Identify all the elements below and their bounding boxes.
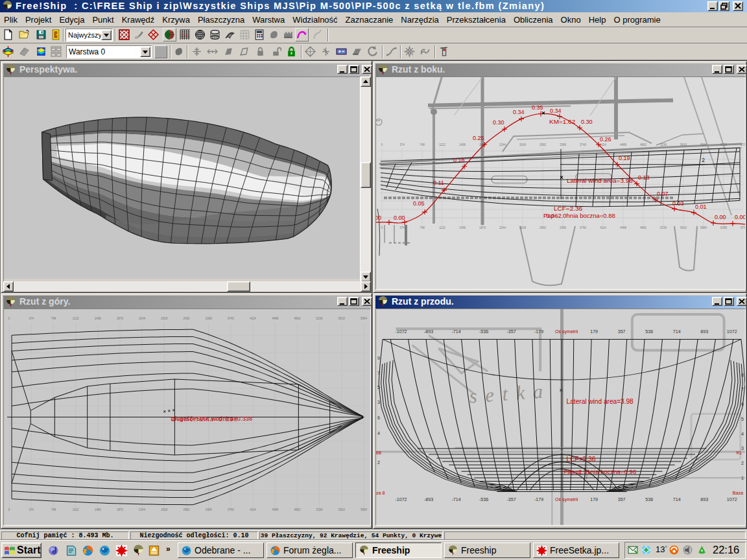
svg-text:-179: -179 (534, 497, 543, 502)
svg-text:2992: 2992 (540, 143, 547, 146)
svg-text:0.00: 0.00 (735, 214, 745, 220)
svg-text:5236: 5236 (316, 508, 324, 511)
svg-text:0.19: 0.19 (619, 155, 630, 161)
svg-text:LCF=2.36: LCF=2.36 (554, 205, 583, 212)
svg-text:0.35: 0.35 (532, 104, 543, 111)
svg-text:536: 536 (645, 497, 653, 502)
svg-text:0.13: 0.13 (638, 174, 650, 181)
svg-text:4488: 4488 (620, 143, 627, 146)
svg-text:3: 3 (741, 446, 744, 450)
svg-text:-714: -714 (451, 497, 460, 502)
svg-text:1870: 1870 (117, 317, 124, 320)
svg-text:2: 2 (741, 461, 744, 465)
svg-text:374: 374 (399, 143, 405, 146)
svg-text:6732: 6732 (741, 226, 745, 229)
svg-text:5236: 5236 (316, 317, 324, 320)
svg-text:0.34: 0.34 (513, 110, 525, 116)
svg-text:357: 357 (618, 497, 626, 502)
svg-text:0.96: 0.96 (546, 212, 558, 219)
svg-text:-714: -714 (451, 329, 460, 334)
svg-text:1072: 1072 (727, 497, 737, 502)
svg-text:-893: -893 (424, 329, 433, 334)
svg-text:2244: 2244 (499, 143, 506, 146)
svg-text:0.03: 0.03 (672, 200, 684, 207)
svg-text:Baza: Baza (733, 491, 743, 495)
svg-text:2244: 2244 (139, 508, 146, 511)
svg-text:5610: 5610 (680, 226, 687, 229)
svg-text:179: 179 (590, 497, 598, 502)
svg-text:0.18: 0.18 (453, 157, 465, 163)
svg-text:1072: 1072 (727, 329, 737, 334)
svg-text:893: 893 (700, 497, 708, 502)
svg-text:2618: 2618 (161, 508, 168, 511)
svg-text:6: 6 (377, 415, 380, 420)
svg-text:5610: 5610 (338, 508, 346, 511)
svg-text:Lateral wind area=3.98: Lateral wind area=3.98 (567, 178, 633, 185)
svg-text:2992: 2992 (183, 317, 190, 320)
svg-text:4114: 4114 (600, 226, 606, 229)
svg-text:0.05: 0.05 (413, 200, 425, 207)
svg-text:6358: 6358 (720, 226, 728, 229)
svg-text:2618: 2618 (519, 226, 527, 229)
svg-text:0.11: 0.11 (433, 180, 444, 187)
svg-text:179: 179 (590, 329, 598, 334)
svg-text:-1072: -1072 (395, 497, 407, 502)
svg-text:2: 2 (702, 157, 705, 163)
svg-text:0: 0 (8, 508, 10, 511)
svg-text:4862: 4862 (294, 508, 301, 511)
svg-text:setka: setka (469, 380, 543, 408)
svg-text:2992: 2992 (183, 508, 190, 511)
svg-text:0.00: 0.00 (394, 215, 405, 221)
svg-text:536: 536 (645, 329, 653, 334)
svg-text:4: 4 (377, 431, 380, 436)
svg-text:0: 0 (381, 226, 383, 229)
svg-text:1496: 1496 (459, 226, 466, 229)
svg-text:1496: 1496 (95, 508, 102, 511)
svg-text:za 8: za 8 (376, 491, 385, 495)
svg-text:374: 374 (399, 226, 405, 229)
svg-text:KL: KL (737, 450, 742, 455)
svg-text:5984: 5984 (361, 317, 368, 320)
svg-text:-893: -893 (424, 497, 433, 502)
svg-text:4862: 4862 (640, 143, 647, 146)
svg-text:0.30: 0.30 (581, 119, 593, 125)
svg-text:0: 0 (8, 317, 10, 320)
svg-text:748: 748 (420, 226, 425, 229)
svg-text:Oś symetrii: Oś symetrii (555, 329, 578, 334)
svg-text:-536: -536 (479, 329, 488, 334)
svg-text:3366: 3366 (206, 508, 213, 511)
svg-text:1496: 1496 (95, 317, 102, 320)
svg-text:LCF=2.36: LCF=2.36 (567, 456, 596, 463)
svg-text:-179: -179 (534, 329, 543, 334)
svg-text:6358: 6358 (720, 143, 728, 146)
svg-text:4114: 4114 (250, 508, 256, 511)
svg-text:714: 714 (673, 497, 681, 502)
svg-text:374: 374 (29, 317, 34, 320)
svg-text:5610: 5610 (338, 317, 346, 320)
svg-text:4488: 4488 (272, 317, 279, 320)
svg-text:6732: 6732 (741, 143, 745, 146)
svg-text:3740: 3740 (228, 317, 235, 320)
svg-text:3740: 3740 (580, 226, 587, 229)
svg-text:5236: 5236 (660, 226, 667, 229)
svg-text:3366: 3366 (206, 317, 213, 320)
svg-text:0: 0 (381, 143, 383, 146)
svg-text:5236: 5236 (660, 143, 667, 146)
svg-text:1496: 1496 (459, 143, 466, 146)
svg-text:1122: 1122 (439, 226, 445, 229)
svg-text:1122: 1122 (73, 317, 79, 320)
svg-text:1: 1 (741, 476, 744, 480)
svg-text:4114: 4114 (250, 317, 256, 320)
svg-text:3366: 3366 (560, 143, 567, 146)
svg-text:9: 9 (377, 356, 380, 360)
svg-text:2: 2 (377, 460, 380, 465)
svg-text:0.07: 0.07 (657, 191, 669, 197)
svg-text:2244: 2244 (499, 226, 506, 229)
svg-text:748: 748 (51, 317, 56, 320)
svg-text:5: 5 (741, 417, 744, 421)
svg-text:3740: 3740 (580, 143, 587, 146)
svg-text:Oś symetrii: Oś symetrii (555, 497, 578, 502)
svg-text:1122: 1122 (439, 143, 445, 146)
svg-text:-1072: -1072 (395, 329, 407, 334)
svg-text:0.34: 0.34 (550, 108, 562, 115)
